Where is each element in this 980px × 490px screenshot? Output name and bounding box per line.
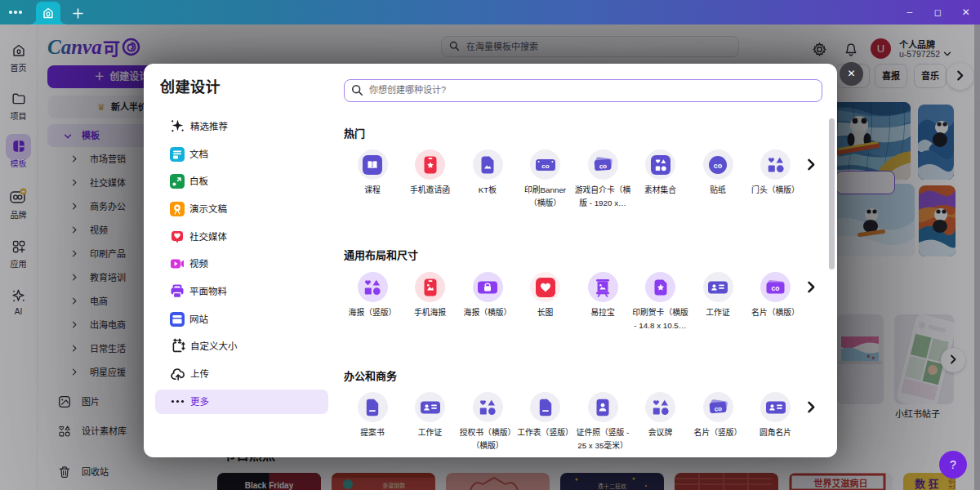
svg-text:co: co <box>771 284 779 292</box>
svg-text:co: co <box>599 162 607 170</box>
svg-text:co: co <box>714 161 723 169</box>
svg-text:co: co <box>714 404 722 412</box>
svg-text:co: co <box>541 162 549 169</box>
